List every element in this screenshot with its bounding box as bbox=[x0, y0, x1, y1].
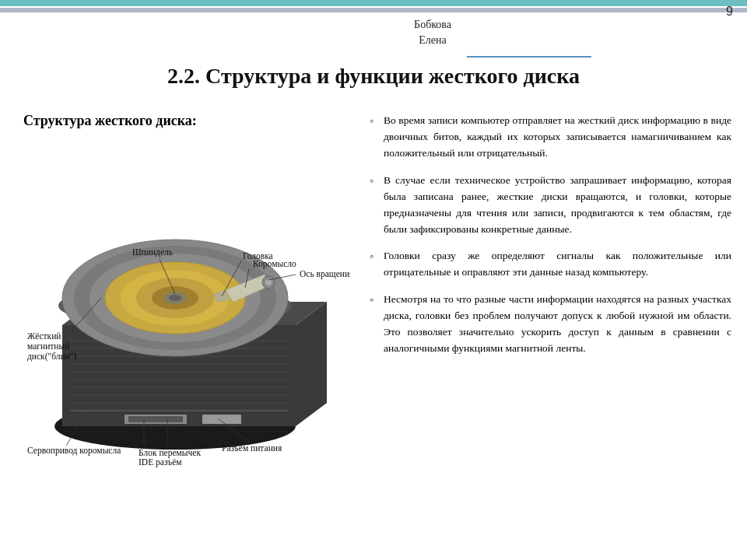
main-title: 2.2. Структура и функции жесткого диска bbox=[0, 64, 747, 89]
svg-point-26 bbox=[169, 295, 181, 301]
section-title: Структура жесткого диска: bbox=[23, 113, 358, 129]
svg-text:Ось вращения коромысла: Ось вращения коромысла bbox=[300, 269, 350, 279]
svg-text:Разъём питания: Разъём питания bbox=[222, 443, 282, 453]
author-underline bbox=[467, 56, 591, 58]
top-bars bbox=[0, 0, 747, 12]
hdd-diagram: Жёсткий магнитный диск("блин") Шпиндель … bbox=[23, 138, 350, 473]
svg-rect-15 bbox=[128, 416, 183, 422]
bullet-list: Во время записи компьютер отправляет на … bbox=[370, 113, 731, 357]
author-block: Бобкова Елена bbox=[414, 17, 451, 47]
svg-rect-16 bbox=[202, 415, 241, 424]
right-section: Во время записи компьютер отправляет на … bbox=[370, 113, 731, 368]
list-item: Во время записи компьютер отправляет на … bbox=[370, 113, 731, 162]
list-item: В случае если техническое устройство зап… bbox=[370, 173, 731, 238]
left-section: Структура жесткого диска: bbox=[23, 113, 358, 473]
svg-point-30 bbox=[265, 279, 272, 285]
author-line1: Бобкова bbox=[414, 17, 451, 33]
svg-text:магнитный: магнитный bbox=[27, 341, 69, 351]
top-bar-teal bbox=[0, 0, 747, 6]
svg-text:Коромысло: Коромысло bbox=[253, 259, 296, 269]
list-item: Несмотря на то что разные части информац… bbox=[370, 292, 731, 357]
page-number: 9 bbox=[726, 5, 733, 19]
list-item: Головки сразу же определяют сигналы как … bbox=[370, 248, 731, 281]
hdd-svg: Жёсткий магнитный диск("блин") Шпиндель … bbox=[23, 138, 350, 473]
svg-text:Шпиндель: Шпиндель bbox=[132, 247, 173, 257]
svg-text:диск("блин"): диск("блин") bbox=[27, 352, 77, 362]
svg-text:IDE разъём: IDE разъём bbox=[139, 457, 182, 467]
svg-text:Жёсткий: Жёсткий bbox=[27, 331, 61, 341]
top-bar-gray bbox=[0, 8, 747, 12]
svg-text:Сервопривод коромысла: Сервопривод коромысла bbox=[27, 446, 121, 456]
author-line2: Елена bbox=[414, 33, 451, 48]
